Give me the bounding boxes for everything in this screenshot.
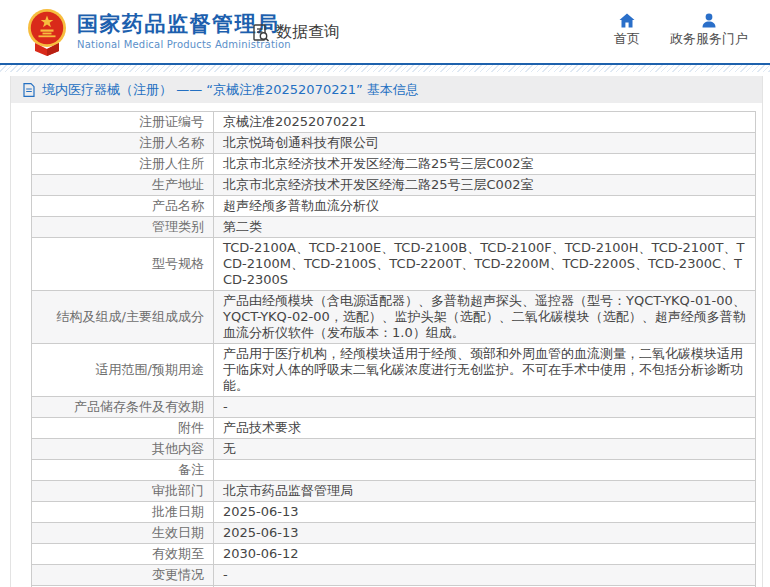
table-row: 注册人名称北京悦琦创通科技有限公司	[32, 133, 756, 154]
top-nav: 首页 政务服务门户	[614, 13, 748, 47]
row-label: 注册人住所	[32, 154, 214, 175]
row-value: -	[214, 397, 756, 418]
table-row: 审批部门北京市药品监督管理局	[32, 481, 756, 502]
row-value: 北京市药品监督管理局	[214, 481, 756, 502]
row-label: 适用范围/预期用途	[32, 344, 214, 397]
row-label: 有效期至	[32, 544, 214, 565]
row-value: 2030-06-12	[214, 544, 756, 565]
header-hatch-divider	[0, 65, 770, 72]
info-table-body: 注册证编号京械注准20252070221注册人名称北京悦琦创通科技有限公司注册人…	[32, 112, 756, 587]
document-search-icon	[251, 23, 271, 43]
row-value	[214, 460, 756, 481]
row-value: 2025-06-13	[214, 502, 756, 523]
registration-info-table-wrap: 注册证编号京械注准20252070221注册人名称北京悦琦创通科技有限公司注册人…	[11, 103, 762, 587]
nav-item-portal[interactable]: 政务服务门户	[670, 13, 748, 47]
row-label: 结构及组成/主要组成成分	[32, 291, 214, 344]
table-row: 产品储存条件及有效期-	[32, 397, 756, 418]
document-icon	[23, 83, 35, 97]
row-label: 注册证编号	[32, 112, 214, 133]
registration-info-table: 注册证编号京械注准20252070221注册人名称北京悦琦创通科技有限公司注册人…	[31, 111, 756, 587]
home-icon	[619, 13, 635, 28]
row-value: 第二类	[214, 217, 756, 238]
table-row: 备注	[32, 460, 756, 481]
row-label: 型号规格	[32, 238, 214, 291]
table-row: 管理类别第二类	[32, 217, 756, 238]
content-panel: 境内医疗器械（注册） —— “京械注准20252070221” 基本信息 注册证…	[10, 76, 763, 587]
row-label: 生效日期	[32, 523, 214, 544]
table-row: 产品名称超声经颅多普勒血流分析仪	[32, 196, 756, 217]
row-value: -	[214, 565, 756, 586]
table-row: 型号规格TCD-2100A、TCD-2100E、TCD-2100B、TCD-21…	[32, 238, 756, 291]
row-label: 管理类别	[32, 217, 214, 238]
site-header: 国家药品监督管理局 National Medical Products Admi…	[0, 0, 770, 65]
row-label: 生产地址	[32, 175, 214, 196]
nav-home-label: 首页	[614, 31, 640, 47]
data-query-label: 数据查询	[276, 22, 340, 43]
row-value: 产品技术要求	[214, 418, 756, 439]
data-query-tab[interactable]: 数据查询	[251, 22, 340, 43]
row-label: 变更情况	[32, 565, 214, 586]
table-row: 注册人住所北京市北京经济技术开发区经海二路25号三层C002室	[32, 154, 756, 175]
row-label: 注册人名称	[32, 133, 214, 154]
row-label: 附件	[32, 418, 214, 439]
table-row: 其他内容无	[32, 439, 756, 460]
row-value: 2025-06-13	[214, 523, 756, 544]
row-label: 其他内容	[32, 439, 214, 460]
nav-item-home[interactable]: 首页	[614, 13, 640, 47]
breadcrumb: 境内医疗器械（注册） —— “京械注准20252070221” 基本信息	[11, 76, 762, 103]
row-label: 批准日期	[32, 502, 214, 523]
row-label: 备注	[32, 460, 214, 481]
national-emblem-icon	[27, 8, 67, 57]
row-value: 产品用于医疗机构，经颅模块适用于经颅、颈部和外周血管的血流测量，二氧化碳模块适用…	[214, 344, 756, 397]
table-row: 批准日期2025-06-13	[32, 502, 756, 523]
row-value: 京械注准20252070221	[214, 112, 756, 133]
row-value: 北京市北京经济技术开发区经海二路25号三层C002室	[214, 175, 756, 196]
table-row: 附件产品技术要求	[32, 418, 756, 439]
table-row: 有效期至2030-06-12	[32, 544, 756, 565]
row-value: 北京悦琦创通科技有限公司	[214, 133, 756, 154]
row-value: TCD-2100A、TCD-2100E、TCD-2100B、TCD-2100F、…	[214, 238, 756, 291]
table-row: 适用范围/预期用途产品用于医疗机构，经颅模块适用于经颅、颈部和外周血管的血流测量…	[32, 344, 756, 397]
table-row: 注册证编号京械注准20252070221	[32, 112, 756, 133]
breadcrumb-text: 境内医疗器械（注册） —— “京械注准20252070221” 基本信息	[42, 81, 419, 99]
row-value: 北京市北京经济技术开发区经海二路25号三层C002室	[214, 154, 756, 175]
row-label: 产品名称	[32, 196, 214, 217]
table-row: 生产地址北京市北京经济技术开发区经海二路25号三层C002室	[32, 175, 756, 196]
row-label: 审批部门	[32, 481, 214, 502]
user-icon	[701, 13, 717, 28]
row-value: 超声经颅多普勒血流分析仪	[214, 196, 756, 217]
table-row: 生效日期2025-06-13	[32, 523, 756, 544]
table-row: 结构及组成/主要组成成分产品由经颅模块（含电源适配器）、多普勒超声探头、遥控器（…	[32, 291, 756, 344]
nav-portal-label: 政务服务门户	[670, 31, 748, 47]
row-label: 产品储存条件及有效期	[32, 397, 214, 418]
row-value: 产品由经颅模块（含电源适配器）、多普勒超声探头、遥控器（型号：YQCT-YKQ-…	[214, 291, 756, 344]
table-row: 变更情况-	[32, 565, 756, 586]
row-value: 无	[214, 439, 756, 460]
